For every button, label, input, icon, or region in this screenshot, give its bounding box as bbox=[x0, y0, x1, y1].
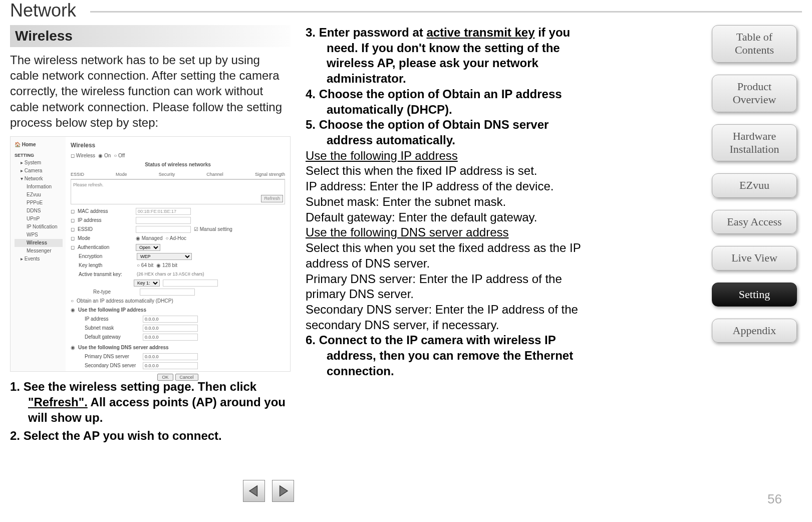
ss-item: ▸ Events bbox=[15, 255, 63, 263]
ss-item-selected: Wireless bbox=[15, 239, 63, 247]
pdns-desc: Primary DNS server: Enter the IP address… bbox=[306, 272, 586, 302]
next-page-button[interactable] bbox=[272, 480, 294, 502]
ss-main: Wireless ◻ Wireless ◉ On ○ Off Status of… bbox=[66, 137, 290, 371]
side-navigation: Table of Contents Product Overview Hardw… bbox=[712, 25, 797, 343]
step-3: 3. Enter password at active transmit key… bbox=[306, 25, 586, 87]
nav-setting-button[interactable]: Setting bbox=[712, 283, 797, 307]
ss-item: IP Notification bbox=[15, 223, 63, 231]
ss-home: 🏠 Home bbox=[15, 141, 63, 149]
use-dns-desc: Select this when you set the fixed addre… bbox=[306, 240, 586, 271]
title-rule bbox=[90, 11, 802, 13]
use-ip-header: Use the following IP address bbox=[306, 148, 586, 164]
page-nav-arrows bbox=[243, 480, 294, 502]
step-1: 1. See the wireless setting page. Then c… bbox=[10, 379, 291, 426]
ss-item: PPPoE bbox=[15, 199, 63, 207]
ss-item: DDNS bbox=[15, 207, 63, 215]
ss-item: ▸ System bbox=[15, 159, 63, 167]
nav-appendix-button[interactable]: Appendix bbox=[712, 319, 797, 343]
nav-product-button[interactable]: Product Overview bbox=[712, 75, 797, 112]
use-ip-desc: Select this when the fixed IP address is… bbox=[306, 163, 586, 179]
nav-live-view-button[interactable]: Live View bbox=[712, 246, 797, 270]
ss-item: Information bbox=[15, 183, 63, 191]
wireless-heading: Wireless bbox=[10, 25, 291, 47]
gw-desc: Default gateway: Enter the default gatew… bbox=[306, 210, 586, 225]
page-number: 56 bbox=[767, 491, 782, 507]
right-column: 3. Enter password at active transmit key… bbox=[306, 25, 586, 379]
prev-page-button[interactable] bbox=[243, 480, 265, 502]
ss-item: ▸ Camera bbox=[15, 167, 63, 175]
settings-screenshot: 🏠 Home SETTING ▸ System ▸ Camera ▾ Netwo… bbox=[10, 136, 291, 372]
nav-toc-button[interactable]: Table of Contents bbox=[712, 25, 797, 63]
ss-title: Wireless bbox=[71, 141, 285, 150]
sdns-desc: Secondary DNS server: Enter the IP addre… bbox=[306, 302, 586, 333]
ss-item: UPnP bbox=[15, 215, 63, 223]
ss-item: ▾ Network bbox=[15, 175, 63, 183]
ss-item: Messenger bbox=[15, 247, 63, 255]
step-2: 2. Select the AP you wish to connect. bbox=[10, 428, 291, 443]
intro-text: The wireless network has to be set up by… bbox=[10, 52, 291, 130]
steps-left: 1. See the wireless setting page. Then c… bbox=[10, 379, 291, 443]
ss-setting-label: SETTING bbox=[15, 152, 63, 159]
svg-marker-1 bbox=[280, 486, 288, 496]
ss-item: EZvuu bbox=[15, 191, 63, 199]
nav-hardware-button[interactable]: Hardware Installation bbox=[712, 124, 797, 162]
nav-easy-access-button[interactable]: Easy Access bbox=[712, 210, 797, 234]
subnet-desc: Subnet mask: Enter the subnet mask. bbox=[306, 194, 586, 210]
step-6: 6. Connect to the IP camera with wireles… bbox=[306, 333, 586, 379]
page-section-title: Network bbox=[10, 0, 76, 21]
ip-desc: IP address: Enter the IP address of the … bbox=[306, 179, 586, 194]
ss-table-head: ESSID Mode Security Channel Signal stren… bbox=[71, 170, 285, 180]
step-4: 4. Choose the option of Obtain an IP add… bbox=[306, 87, 586, 117]
ss-item: WPS bbox=[15, 231, 63, 239]
svg-marker-0 bbox=[249, 486, 257, 496]
step-5: 5. Choose the option of Obtain DNS serve… bbox=[306, 117, 586, 148]
ss-refresh-btn: Refresh bbox=[261, 195, 283, 203]
nav-ezvuu-button[interactable]: EZvuu bbox=[712, 173, 797, 197]
ss-sidebar: 🏠 Home SETTING ▸ System ▸ Camera ▾ Netwo… bbox=[11, 137, 66, 371]
use-dns-header: Use the following DNS server address bbox=[306, 225, 586, 240]
ss-table-body: Please refresh. Refresh bbox=[71, 179, 285, 204]
ss-table-caption: Status of wireless networks bbox=[71, 161, 285, 168]
